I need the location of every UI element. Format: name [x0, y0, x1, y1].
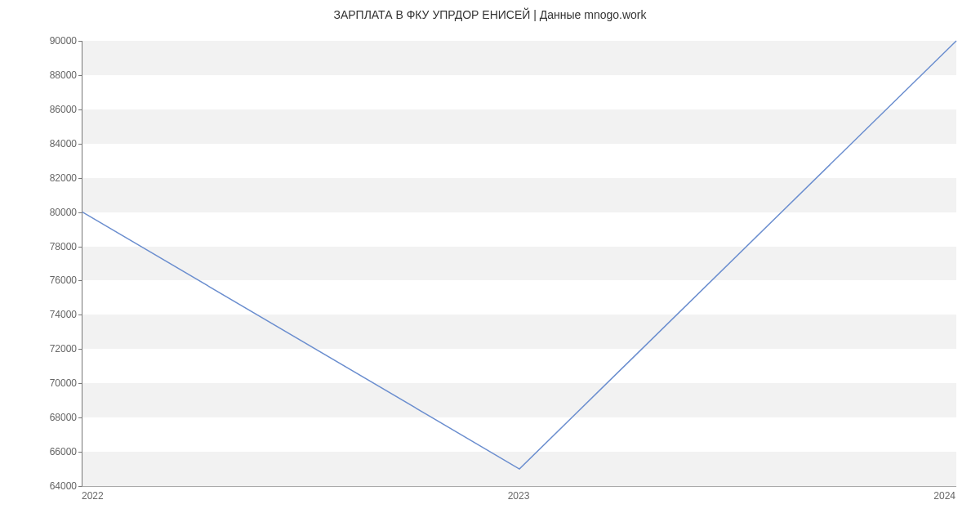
y-axis-tick-label: 86000 — [28, 104, 77, 115]
y-axis-tick-mark — [78, 452, 82, 453]
y-axis-tick-label: 74000 — [28, 309, 77, 320]
y-axis-tick-mark — [78, 383, 82, 384]
y-axis-tick-mark — [78, 144, 82, 145]
y-axis-tick-mark — [78, 280, 82, 281]
y-axis-tick-label: 82000 — [28, 172, 77, 184]
y-axis-tick-label: 88000 — [28, 69, 77, 81]
plot-area — [82, 41, 956, 487]
y-axis-tick-label: 90000 — [28, 35, 77, 47]
x-axis-tick-label: 2022 — [82, 490, 104, 502]
y-axis-tick-label: 72000 — [28, 343, 77, 355]
y-axis-tick-mark — [78, 178, 82, 179]
data-series-line — [82, 41, 956, 469]
chart-title: ЗАРПЛАТА В ФКУ УПРДОР ЕНИСЕЙ | Данные mn… — [0, 8, 980, 21]
x-axis-tick-label: 2024 — [933, 490, 956, 502]
y-axis-tick-label: 70000 — [28, 377, 77, 389]
y-axis-tick-label: 78000 — [28, 241, 77, 252]
y-axis-tick-mark — [78, 75, 82, 76]
y-axis-tick-mark — [78, 486, 82, 487]
y-axis-tick-mark — [78, 349, 82, 350]
chart-container: ЗАРПЛАТА В ФКУ УПРДОР ЕНИСЕЙ | Данные mn… — [0, 0, 980, 531]
y-axis-tick-mark — [78, 315, 82, 315]
y-axis-tick-label: 80000 — [28, 207, 77, 218]
y-axis-tick-label: 66000 — [28, 446, 77, 457]
y-axis-tick-label: 64000 — [28, 480, 77, 492]
y-axis-tick-mark — [78, 109, 82, 110]
y-axis-tick-mark — [78, 247, 82, 248]
y-axis-tick-label: 84000 — [28, 138, 77, 149]
chart-line-layer — [82, 41, 956, 486]
y-axis-tick-label: 68000 — [28, 412, 77, 423]
x-axis-tick-label: 2023 — [508, 490, 530, 502]
y-axis-tick-mark — [78, 41, 82, 42]
y-axis-tick-mark — [78, 212, 82, 213]
y-axis-tick-label: 76000 — [28, 274, 77, 286]
y-axis-tick-mark — [78, 417, 82, 418]
